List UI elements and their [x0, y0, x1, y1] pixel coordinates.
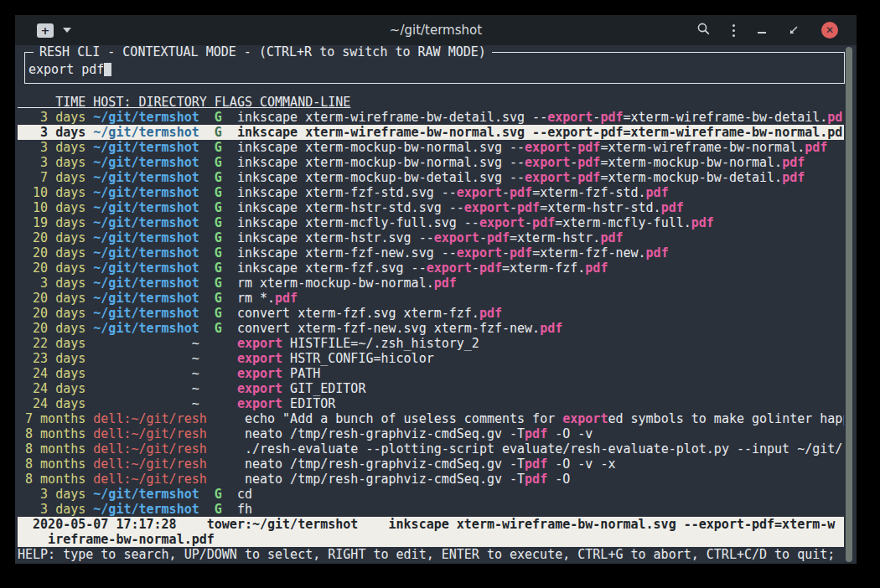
history-row[interactable]: 10 days ~/git/termshot G inkscape xterm-… [18, 200, 844, 215]
restore-icon[interactable] [789, 23, 799, 39]
history-row[interactable]: 24 days ~ export PATH [18, 366, 844, 381]
history-row[interactable]: 3 days ~/git/termshot G rm xterm-mockup-… [18, 276, 844, 291]
history-row[interactable]: 7 months dell:~/git/resh echo "Add a bun… [18, 411, 844, 426]
history-row[interactable]: 7 days ~/git/termshot G inkscape xterm-m… [18, 170, 844, 185]
terminal-window: + ~/git/termshot ✕ RESH [15, 15, 857, 564]
resh-search-box: RESH CLI - CONTEXTUAL MODE - (CTRL+R to … [24, 52, 845, 84]
history-row[interactable]: 20 days ~/git/termshot G rm *.pdf [18, 291, 844, 306]
history-row[interactable]: 8 months dell:~/git/resh neato /tmp/resh… [18, 426, 844, 441]
help-line: HELP: type to search, UP/DOWN to select,… [18, 547, 857, 562]
history-row[interactable]: 8 months dell:~/git/resh neato /tmp/resh… [18, 456, 844, 472]
text-cursor [104, 63, 111, 76]
search-query-text: export pdf [28, 62, 104, 77]
history-row[interactable]: 20 days ~/git/termshot G inkscape xterm-… [18, 230, 844, 245]
history-row[interactable]: 10 days ~/git/termshot G inkscape xterm-… [18, 185, 844, 200]
history-row[interactable]: 24 days ~ export GIT_EDITOR [18, 381, 844, 396]
search-input[interactable]: export pdf [28, 62, 844, 77]
history-row[interactable]: 3 days ~/git/termshot G inkscape xterm-m… [18, 140, 844, 155]
history-row[interactable]: 8 months dell:~/git/resh ./resh-evaluate… [18, 441, 844, 456]
history-row[interactable]: 23 days ~ export HSTR_CONFIG=hicolor [18, 351, 844, 366]
history-row[interactable]: 3 days ~/git/termshot G inkscape xterm-m… [18, 155, 844, 170]
history-rows: 3 days ~/git/termshot G inkscape xterm-w… [18, 110, 844, 517]
history-row[interactable]: 20 days ~/git/termshot G inkscape xterm-… [18, 260, 844, 276]
scrollbar[interactable] [846, 47, 852, 562]
history-row[interactable]: 20 days ~/git/termshot G convert xterm-f… [18, 321, 844, 336]
history-row[interactable]: 19 days ~/git/termshot G inkscape xterm-… [18, 215, 844, 230]
minimize-icon[interactable] [758, 32, 766, 34]
history-row[interactable]: 3 days ~/git/termshot G fh [18, 502, 844, 517]
resh-mode-title: RESH CLI - CONTEXTUAL MODE - (CTRL+R to … [34, 45, 492, 59]
status-bar: 2020-05-07 17:17:28 tower:~/git/termshot… [18, 517, 844, 547]
history-row[interactable]: 20 days ~/git/termshot G inkscape xterm-… [18, 245, 844, 260]
history-row[interactable]: 20 days ~/git/termshot G convert xterm-f… [18, 306, 844, 321]
menu-kebab-icon[interactable] [732, 24, 735, 37]
history-row[interactable]: 8 months dell:~/git/resh neato /tmp/resh… [18, 472, 844, 487]
history-table-header: TIME HOST: DIRECTORY FLAGS COMMAND-LINE [18, 95, 857, 110]
status-line-2: ireframe-bw-normal.pdf [18, 532, 844, 547]
close-icon[interactable]: ✕ [821, 22, 838, 39]
terminal-content: RESH CLI - CONTEXTUAL MODE - (CTRL+R to … [15, 45, 857, 564]
history-row[interactable]: 22 days ~ export HISTFILE=~/.zsh_history… [18, 336, 844, 351]
search-icon[interactable] [696, 22, 710, 39]
titlebar: + ~/git/termshot ✕ [15, 15, 857, 45]
history-row[interactable]: 3 days ~/git/termshot G inkscape xterm-w… [18, 110, 844, 125]
history-row[interactable]: 24 days ~ export EDITOR [18, 396, 844, 411]
history-row[interactable]: 3 days ~/git/termshot G cd [18, 487, 844, 502]
history-row[interactable]: 3 days ~/git/termshot G inkscape xterm-w… [18, 125, 844, 140]
status-line-1: 2020-05-07 17:17:28 tower:~/git/termshot… [18, 517, 844, 532]
